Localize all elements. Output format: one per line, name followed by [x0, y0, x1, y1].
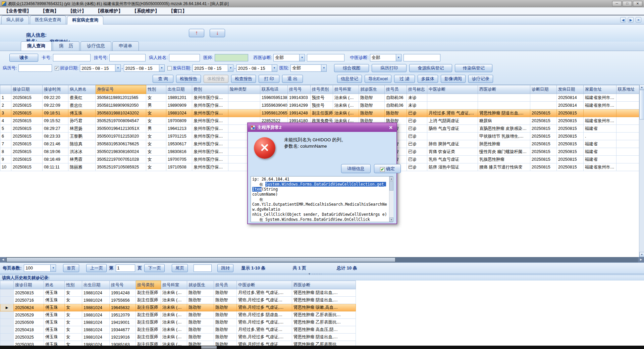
cell[interactable]: 女: [146, 133, 166, 140]
cell[interactable]: 副主任医师: [136, 341, 161, 346]
scroll-right-arrow-icon[interactable]: ▶: [638, 257, 644, 262]
cell[interactable]: 上消 气阴两虚证: [427, 117, 478, 125]
cell[interactable]: 腰痛 膝关节退行性病变: [478, 163, 530, 171]
cell[interactable]: 林思扬: [68, 125, 96, 133]
cell[interactable]: 陈劲智: [385, 109, 407, 117]
tab-scroll-left-icon[interactable]: ◀: [620, 17, 626, 22]
cell[interactable]: 胃痛 饮食证类: [427, 148, 478, 156]
cell[interactable]: 福建省泉州市…: [584, 117, 616, 125]
print-record-button[interactable]: 病历打印: [372, 64, 407, 72]
cell[interactable]: [616, 163, 639, 171]
cell[interactable]: 35050019641213051X: [96, 125, 146, 133]
cell[interactable]: 19881024: [82, 326, 110, 334]
scroll-left-arrow-icon[interactable]: ◀: [0, 257, 6, 262]
cell[interactable]: 20250815: [11, 125, 43, 133]
cell[interactable]: [0, 326, 14, 334]
read-card-button[interactable]: 读卡: [9, 54, 38, 62]
cell[interactable]: 肾癌,月经过多 阴虚血…: [237, 311, 292, 319]
cell[interactable]: 350581198909092050: [96, 102, 146, 109]
tcm-diag-select[interactable]: 全部 ▼: [370, 54, 401, 61]
cell[interactable]: 20250303: [14, 341, 44, 346]
cell[interactable]: 20250815: [557, 140, 584, 148]
menu-query[interactable]: 【查询】: [41, 8, 59, 14]
cell[interactable]: 20250815: [557, 125, 584, 133]
cell[interactable]: 泉州市医疗保…: [192, 140, 228, 148]
prev-page-button[interactable]: 上一页: [86, 264, 107, 272]
cell[interactable]: 20250815: [530, 148, 557, 156]
cell[interactable]: 蔡忠位: [68, 102, 96, 109]
cell[interactable]: [616, 148, 639, 156]
cell[interactable]: 20250815: [530, 117, 557, 125]
tab-patient-visit[interactable]: 病人就诊: [1, 15, 29, 24]
cell[interactable]: 19890909: [166, 102, 192, 109]
cell[interactable]: 20250814: [557, 94, 584, 102]
menu-statistics[interactable]: 【统计】: [68, 8, 86, 14]
cell[interactable]: 治未病 (…: [161, 311, 187, 319]
tab-treatment-info[interactable]: 诊疗信息: [80, 41, 111, 51]
cell[interactable]: 19530617: [166, 140, 192, 148]
scroll-up-arrow-icon[interactable]: ▲: [639, 85, 644, 90]
menu-system[interactable]: 【系统维护】: [132, 8, 159, 14]
cell[interactable]: 副主任医师: [311, 109, 333, 117]
cell[interactable]: 20250815: [11, 109, 43, 117]
cell[interactable]: [478, 94, 530, 102]
cell[interactable]: 19645632: [110, 304, 136, 311]
cell[interactable]: 副主任医师: [136, 297, 161, 304]
cell[interactable]: 治未病 (…: [333, 109, 359, 117]
print-button[interactable]: 打 印: [259, 75, 279, 83]
main-grid-vertical-scrollbar[interactable]: ▲ ▼: [639, 85, 644, 257]
cell[interactable]: 治未病 (…: [161, 304, 187, 311]
scroll-up-button[interactable]: ↑: [189, 29, 204, 37]
cell[interactable]: 已诊: [407, 148, 427, 156]
table-row[interactable]: 20250509傅玉珠女1988102419419001副主任医师治未病 (…陈…: [0, 319, 356, 326]
ok-button[interactable]: ✔确定: [374, 164, 401, 173]
cell[interactable]: 20250716: [14, 297, 44, 304]
cell[interactable]: 19700705: [166, 156, 192, 163]
cell[interactable]: 泉州市医疗保…: [192, 133, 228, 140]
cell[interactable]: 20250815: [11, 94, 43, 102]
cell[interactable]: 3: [0, 109, 11, 117]
cell[interactable]: 19881024: [166, 109, 192, 117]
cell[interactable]: 泉州市医疗保…: [192, 102, 228, 109]
first-page-button[interactable]: 首页: [63, 264, 79, 272]
main-grid-horizontal-scrollbar[interactable]: ◀ ▶: [0, 257, 644, 262]
cell[interactable]: 已诊: [407, 156, 427, 163]
cell[interactable]: 副主任医师: [136, 326, 161, 334]
west-diag-select[interactable]: 全部 ▼: [273, 54, 305, 61]
cell[interactable]: 陈丽雅: [68, 163, 96, 171]
cell[interactable]: 350525197105085925: [96, 163, 146, 171]
dropdown-arrow-icon[interactable]: ▼: [396, 54, 401, 61]
onset-date-from[interactable]: 2025 - 08 - 15 ▼: [193, 64, 233, 72]
cell[interactable]: 20250814: [557, 102, 584, 109]
cell[interactable]: .: [584, 133, 616, 140]
cell[interactable]: 20250815: [11, 117, 43, 125]
cell[interactable]: 泉州市医疗保…: [192, 94, 228, 102]
scrollbar-thumb[interactable]: [639, 90, 644, 119]
cell[interactable]: 19881024: [82, 341, 110, 346]
cell[interactable]: 陈劲智: [214, 297, 237, 304]
cell[interactable]: 陈劲智: [359, 102, 385, 109]
cell[interactable]: 09:22:20: [43, 94, 68, 102]
cell[interactable]: 女: [146, 109, 166, 117]
cell[interactable]: 肾恶性肿瘤 咳嗽,高血…: [292, 304, 356, 311]
cell[interactable]: 副主任医师: [136, 334, 161, 341]
onset-date-checkbox[interactable]: [167, 66, 172, 70]
exit-button[interactable]: 退 出: [282, 75, 303, 83]
cell[interactable]: 20250325: [14, 334, 44, 341]
table-row[interactable]: 20250815傅玉珠女1988102419914248副主任医师治未病 (…陈…: [0, 289, 356, 297]
tab-dept-history[interactable]: 科室病史查询: [67, 16, 103, 24]
cell[interactable]: 自助机06: [385, 94, 407, 102]
cell[interactable]: 陈劲智: [187, 341, 214, 346]
cell[interactable]: 治未病 (…: [161, 297, 187, 304]
close-button[interactable]: ✕: [633, 1, 642, 6]
cell[interactable]: 泉州市医疗保…: [192, 109, 228, 117]
table-row[interactable]: 32025081509:18:51傅玉珠350583198810243202女1…: [0, 109, 639, 117]
query-button[interactable]: 查 询: [153, 75, 173, 83]
cell[interactable]: [228, 109, 260, 117]
tab-application-form[interactable]: 申请单: [112, 41, 139, 51]
cell[interactable]: 乳腺恶性肿瘤: [478, 156, 530, 163]
cell[interactable]: 19881024: [82, 319, 110, 326]
cell[interactable]: 陈劲智: [187, 319, 214, 326]
scroll-up-arrow-icon[interactable]: ▲: [389, 177, 393, 181]
cell[interactable]: 未诊: [407, 94, 427, 102]
